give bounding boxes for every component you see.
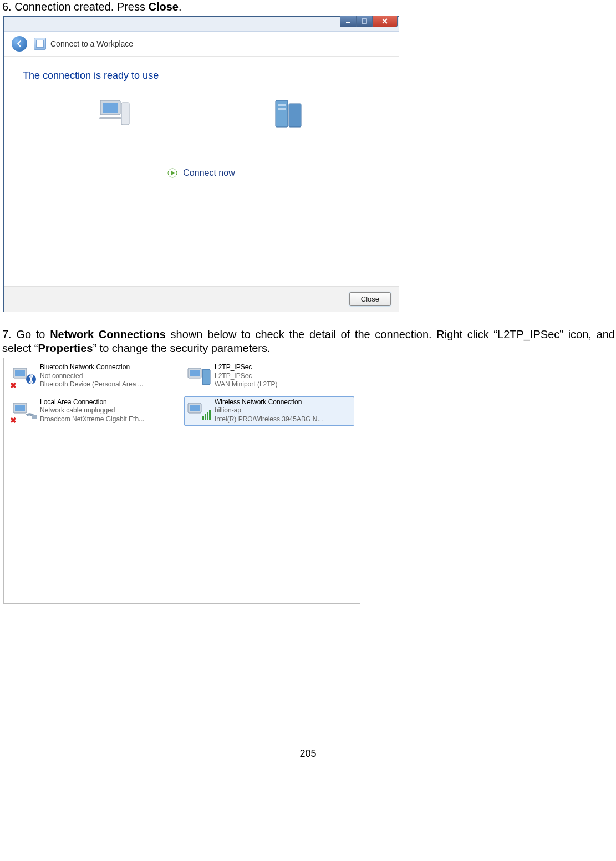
connection-title: Bluetooth Network Connection [40, 363, 144, 372]
error-x-icon: ✖ [10, 381, 18, 389]
close-button[interactable]: Close [349, 292, 391, 306]
connection-status: Network cable unplugged [40, 406, 144, 415]
wizard-title: Connect to a Workplace [50, 39, 133, 48]
error-x-icon: ✖ [10, 416, 18, 424]
vpn-icon [187, 365, 211, 387]
step6-prefix: 6. Connection created. Press [2, 1, 148, 13]
connection-item[interactable]: ✖ Bluetooth Network Connection Not conne… [9, 361, 180, 391]
connection-title: Local Area Connection [40, 398, 144, 407]
connection-item[interactable]: L2TP_IPSec L2TP_IPSec WAN Miniport (L2TP… [184, 361, 354, 391]
step7-text: 7. Go to Network Connections shown below… [2, 328, 615, 355]
svg-rect-24 [207, 412, 208, 420]
step7-b1: Network Connections [50, 328, 166, 340]
titlebar [4, 17, 399, 32]
server-icon [270, 98, 306, 129]
svg-rect-7 [289, 104, 301, 127]
connection-title: Wireless Network Connection [215, 398, 323, 407]
svg-rect-25 [209, 410, 211, 420]
svg-rect-18 [15, 405, 25, 411]
svg-rect-19 [32, 415, 37, 419]
connection-device: Intel(R) PRO/Wireless 3945ABG N... [215, 415, 323, 424]
wizard-window: Connect to a Workplace The connection is… [3, 16, 399, 312]
svg-rect-5 [99, 117, 121, 119]
ready-heading: The connection is ready to use [23, 70, 380, 81]
step7-t3: ” to change the security parameters. [93, 342, 270, 354]
step6-suffix: . [179, 1, 182, 13]
svg-rect-9 [278, 108, 286, 110]
connection-text: L2TP_IPSec L2TP_IPSec WAN Miniport (L2TP… [215, 363, 278, 389]
computer-icon [97, 98, 133, 129]
connection-text: Wireless Network Connection billion-ap I… [215, 398, 323, 424]
arrow-right-icon [167, 168, 177, 178]
connection-status: billion-ap [215, 406, 323, 415]
connection-device: Broadcom NetXtreme Gigabit Eth... [40, 415, 144, 424]
lan-icon: ✖ [12, 400, 37, 422]
step6-text: 6. Connection created. Press Close. [2, 0, 616, 14]
svg-rect-3 [103, 103, 118, 113]
svg-rect-15 [190, 370, 200, 376]
minimize-button[interactable] [340, 16, 357, 27]
svg-rect-12 [15, 370, 25, 376]
step7-t1: 7. Go to [2, 328, 50, 340]
connection-item[interactable]: Wireless Network Connection billion-ap I… [184, 396, 354, 426]
connection-text: Bluetooth Network Connection Not connect… [40, 363, 144, 389]
svg-rect-1 [362, 19, 366, 23]
connection-device: WAN Miniport (L2TP) [215, 380, 278, 389]
svg-rect-16 [202, 369, 210, 385]
connection-device: Bluetooth Device (Personal Area ... [40, 380, 144, 389]
connection-line [140, 114, 262, 114]
wizard-body: The connection is ready to use [4, 57, 399, 286]
connection-status: Not connected [40, 372, 144, 381]
svg-rect-21 [190, 405, 200, 411]
step6-bold: Close [148, 1, 178, 13]
connection-diagram [23, 98, 380, 129]
wifi-icon [187, 400, 211, 422]
connection-text: Local Area Connection Network cable unpl… [40, 398, 144, 424]
svg-rect-22 [202, 416, 204, 420]
window-close-button[interactable] [372, 16, 398, 27]
maximize-button[interactable] [356, 16, 373, 27]
page-number: 205 [0, 748, 616, 760]
back-button[interactable] [12, 36, 27, 52]
step7-b2: Properties [38, 342, 93, 354]
connect-now-label: Connect now [183, 168, 235, 178]
svg-rect-4 [121, 103, 129, 125]
connection-status: L2TP_IPSec [215, 372, 278, 381]
wizard-footer: Close [4, 286, 399, 312]
connection-item[interactable]: ✖ Local Area Connection Network cable un… [9, 396, 180, 426]
connection-title: L2TP_IPSec [215, 363, 278, 372]
svg-rect-8 [278, 104, 286, 106]
wizard-header: Connect to a Workplace [4, 32, 399, 57]
network-connections-panel: ✖ Bluetooth Network Connection Not conne… [3, 358, 360, 604]
svg-rect-23 [205, 414, 206, 420]
connect-now-row[interactable]: Connect now [23, 168, 380, 178]
window-buttons [340, 16, 398, 27]
bluetooth-icon: ✖ [12, 365, 37, 387]
workplace-icon [34, 38, 46, 50]
